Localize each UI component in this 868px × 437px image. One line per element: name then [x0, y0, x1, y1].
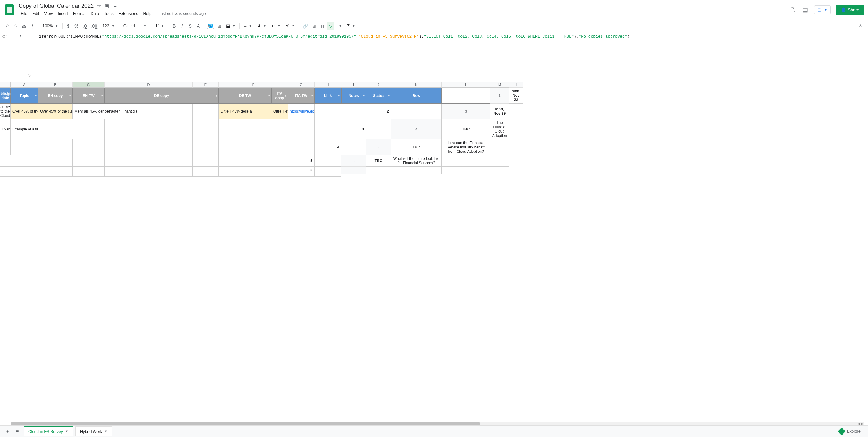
increase-decimal-button[interactable]: .00̲: [89, 22, 100, 30]
cell[interactable]: [442, 155, 491, 167]
menu-extensions[interactable]: Extensions: [116, 10, 141, 17]
cell[interactable]: [219, 174, 272, 177]
filter-views-button[interactable]: ▼: [335, 23, 344, 29]
paint-format-button[interactable]: ⟆: [29, 22, 36, 30]
present-button[interactable]: ▢⁺ ▼: [814, 5, 831, 14]
cell[interactable]: Mon, Nov 29: [491, 103, 509, 119]
cell[interactable]: [10, 139, 72, 155]
merge-button[interactable]: ⬓▼: [224, 22, 238, 29]
filter-icon[interactable]: ▾: [268, 94, 270, 97]
font-select[interactable]: Calibri▼: [121, 22, 149, 29]
insert-link-button[interactable]: 🔗: [301, 22, 310, 30]
cell[interactable]: [272, 119, 288, 139]
percent-button[interactable]: %: [72, 22, 80, 30]
cell[interactable]: [38, 174, 72, 177]
cell[interactable]: TBC: [442, 119, 491, 139]
menu-tools[interactable]: Tools: [102, 10, 115, 17]
cell[interactable]: [0, 167, 38, 174]
header-row[interactable]: Row: [391, 88, 442, 103]
cell[interactable]: Over 45% of the surveyed: [10, 103, 38, 119]
cell[interactable]: [491, 139, 509, 155]
italic-button[interactable]: I: [178, 22, 186, 30]
cell[interactable]: [193, 155, 219, 167]
collapse-toolbar-button[interactable]: ㅅ: [856, 22, 864, 30]
strikethrough-button[interactable]: S: [186, 22, 194, 30]
bold-button[interactable]: B: [170, 22, 178, 30]
cell[interactable]: [72, 139, 104, 155]
row-header[interactable]: 2: [491, 88, 509, 103]
text-wrap-button[interactable]: ↩▼: [269, 22, 283, 29]
cell[interactable]: [442, 167, 491, 174]
menu-insert[interactable]: Insert: [56, 10, 70, 17]
cell[interactable]: [72, 155, 104, 167]
filter-icon[interactable]: ▾: [101, 94, 103, 97]
col-header-b[interactable]: B: [38, 82, 72, 88]
cell[interactable]: [72, 167, 104, 174]
sheets-logo[interactable]: [4, 4, 15, 15]
cell[interactable]: [491, 167, 509, 174]
cell[interactable]: [0, 155, 38, 167]
cell[interactable]: https://drive.goo: [288, 103, 315, 119]
menu-view[interactable]: View: [42, 10, 55, 17]
number-format-select[interactable]: 123▼: [100, 22, 117, 29]
cell[interactable]: [38, 155, 72, 167]
cell[interactable]: [288, 119, 315, 139]
borders-button[interactable]: ⊞: [216, 22, 223, 30]
horizontal-scrollbar[interactable]: ◀ ▶: [10, 422, 864, 423]
vertical-align-button[interactable]: ⬍▼: [255, 22, 269, 29]
formula-input[interactable]: =iferror(QUERY(IMPORTRANGE("https://docs…: [34, 32, 868, 81]
document-title[interactable]: Copy of Global Calendar 2022: [19, 3, 94, 9]
row-header[interactable]: [341, 167, 366, 174]
cell[interactable]: Journey to the Cloud: [0, 103, 10, 119]
header-topic[interactable]: Topic▾: [10, 88, 38, 103]
cell[interactable]: [272, 155, 288, 167]
functions-button[interactable]: Σ▼: [345, 22, 358, 29]
row-header[interactable]: 5: [366, 139, 391, 155]
horizontal-align-button[interactable]: ≡▼: [242, 22, 254, 29]
currency-button[interactable]: $: [64, 22, 72, 30]
scroll-right-icon[interactable]: ▶: [861, 422, 864, 423]
cell[interactable]: [272, 167, 288, 174]
cell[interactable]: [315, 174, 341, 177]
filter-button[interactable]: ▽: [327, 22, 334, 30]
cell[interactable]: 3: [341, 119, 366, 139]
header-de-tw[interactable]: DE TW▾: [219, 88, 272, 103]
font-size-select[interactable]: 11▼: [153, 22, 166, 29]
redo-button[interactable]: ↷: [12, 22, 19, 30]
col-header-f[interactable]: F: [219, 82, 288, 88]
col-header-i[interactable]: I: [341, 82, 366, 88]
cell[interactable]: [104, 174, 193, 177]
menu-file[interactable]: File: [19, 10, 29, 17]
filter-icon[interactable]: ▾: [311, 94, 313, 97]
move-icon[interactable]: ▣: [104, 3, 109, 9]
header-link[interactable]: Link▾: [315, 88, 341, 103]
select-all-corner[interactable]: [0, 82, 10, 88]
cell[interactable]: [366, 119, 391, 139]
row-header-1[interactable]: 1: [509, 82, 523, 88]
header-status[interactable]: Status▾: [366, 88, 391, 103]
filter-icon[interactable]: ▾: [7, 94, 9, 97]
fill-color-button[interactable]: 🪣: [206, 22, 215, 30]
cell[interactable]: [0, 174, 38, 177]
header-en-copy[interactable]: EN copy▾: [38, 88, 72, 103]
cell[interactable]: [193, 119, 219, 139]
cell[interactable]: [38, 119, 104, 139]
zoom-select[interactable]: 100%▼: [40, 22, 61, 29]
cloud-status-icon[interactable]: ☁: [113, 3, 117, 9]
star-icon[interactable]: ☆: [97, 3, 101, 9]
menu-edit[interactable]: Edit: [30, 10, 41, 17]
cell[interactable]: Mehr als 45% der befragten Finanzdie: [72, 103, 193, 119]
col-header-c[interactable]: C: [72, 82, 104, 88]
cell[interactable]: [315, 103, 341, 119]
cell[interactable]: 4: [315, 139, 341, 155]
scrollbar-thumb[interactable]: [10, 423, 480, 423]
spreadsheet-grid[interactable]: A B C D E F G H I J K L M 1 Publishing d…: [0, 82, 868, 423]
share-button[interactable]: 👤 Share: [836, 5, 864, 15]
filter-icon[interactable]: ▾: [338, 94, 340, 97]
cell[interactable]: [442, 88, 491, 103]
menu-data[interactable]: Data: [88, 10, 101, 17]
cell[interactable]: [104, 139, 193, 155]
cell[interactable]: How can the Financial Service Industry b…: [442, 139, 491, 155]
header-ita-tw[interactable]: ITA TW▾: [288, 88, 315, 103]
name-box[interactable]: C2 ▾: [0, 32, 24, 81]
